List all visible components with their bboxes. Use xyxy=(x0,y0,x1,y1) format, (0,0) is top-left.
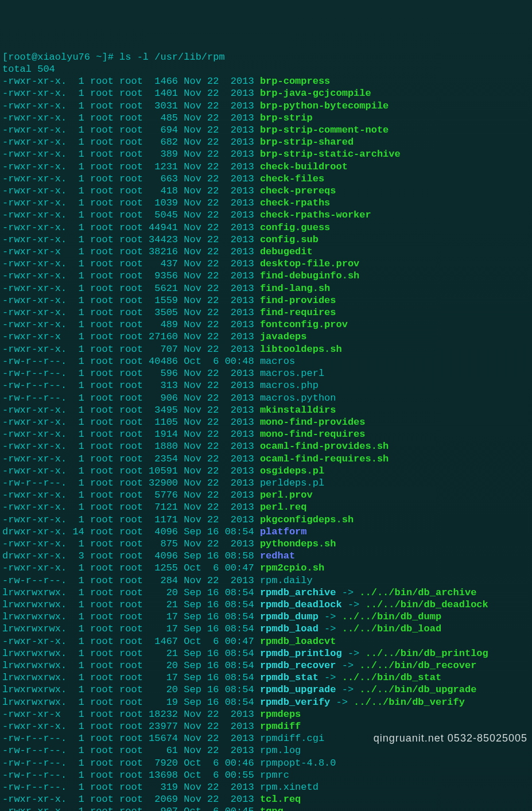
file-name: macros.python xyxy=(260,393,336,403)
file-name: rpmdb_upgrade xyxy=(260,684,336,695)
listing-row: -rwxr-xr-x. 1 root root 7121 Nov 22 2013… xyxy=(2,501,530,513)
link-target: ../../bin/db_printlog xyxy=(366,648,488,659)
file-name: rpmdb_printlog xyxy=(260,648,342,659)
file-name: pkgconfigdeps.sh xyxy=(260,514,354,525)
listing-row: -rw-r--r--. 1 root root 13698 Oct 6 00:5… xyxy=(2,769,530,781)
listing-row: -rwxr-xr-x. 1 root root 389 Nov 22 2013 … xyxy=(2,148,530,160)
listing-row: -rwxr-xr-x. 1 root root 3031 Nov 22 2013… xyxy=(2,100,530,112)
file-name: brp-strip-shared xyxy=(260,137,354,148)
watermark-text: qingruanit.net 0532-85025005 xyxy=(374,732,527,744)
listing-row: -rwxr-xr-x. 1 root root 1255 Oct 6 00:47… xyxy=(2,562,530,574)
file-name: osgideps.pl xyxy=(260,465,324,476)
listing-row: -rwxr-xr-x. 1 root root 682 Nov 22 2013 … xyxy=(2,136,530,148)
file-name: platform xyxy=(260,526,307,537)
file-name: desktop-file.prov xyxy=(260,258,359,269)
listing-row: -rw-r--r--. 1 root root 906 Nov 22 2013 … xyxy=(2,392,530,404)
listing-row: -rwxr-xr-x. 1 root root 5621 Nov 22 2013… xyxy=(2,282,530,294)
listing-row: -rwxr-xr-x. 1 root root 1559 Nov 22 2013… xyxy=(2,294,530,306)
file-name: rpmdb_loadcvt xyxy=(260,636,336,647)
file-name: rpmrc xyxy=(260,770,289,781)
file-name: config.guess xyxy=(260,222,330,233)
listing-row: lrwxrwxrwx. 1 root root 20 Sep 16 08:54 … xyxy=(2,684,530,696)
listing-row: -rwxr-xr-x. 1 root root 34423 Nov 22 201… xyxy=(2,234,530,246)
listing-row: -rwxr-xr-x. 1 root root 44941 Nov 22 201… xyxy=(2,222,530,234)
listing-row: -rwxr-xr-x. 1 root root 9356 Nov 22 2013… xyxy=(2,270,530,282)
file-name: rpmdb_deadlock xyxy=(260,599,342,610)
file-name: fontconfig.prov xyxy=(260,319,348,330)
file-name: check-rpaths-worker xyxy=(260,209,371,220)
listing-row: -rwxr-xr-x. 1 root root 1171 Nov 22 2013… xyxy=(2,514,530,526)
file-name: check-buildroot xyxy=(260,161,348,172)
listing-row: -rwxr-xr-x. 1 root root 707 Nov 22 2013 … xyxy=(2,343,530,355)
file-name: rpmdb_stat xyxy=(260,672,319,683)
file-name: rpmdb_dump xyxy=(260,611,319,622)
listing-row: -rw-r--r--. 1 root root 61 Nov 22 2013 r… xyxy=(2,744,530,756)
listing-row: -rwxr-xr-x. 1 root root 1467 Oct 6 00:47… xyxy=(2,635,530,647)
listing-row: -rwxr-xr-x. 1 root root 1880 Nov 22 2013… xyxy=(2,440,530,452)
file-name: perldeps.pl xyxy=(260,478,324,488)
file-name: brp-compress xyxy=(260,76,330,87)
listing-row: -rwxr-xr-x. 1 root root 1105 Nov 22 2013… xyxy=(2,416,530,428)
listing-row: drwxr-xr-x. 3 root root 4096 Sep 16 08:5… xyxy=(2,550,530,562)
file-name: mono-find-provides xyxy=(260,417,366,428)
file-name: rpmdb_load xyxy=(260,623,319,634)
listing-row: lrwxrwxrwx. 1 root root 21 Sep 16 08:54 … xyxy=(2,647,530,659)
file-name: rpmdiff xyxy=(260,721,301,732)
file-name: brp-python-bytecompile xyxy=(260,100,389,111)
file-name: find-debuginfo.sh xyxy=(260,270,359,281)
listing-row: -rw-r--r--. 1 root root 319 Nov 22 2013 … xyxy=(2,781,530,793)
listing-row: -rw-r--r--. 1 root root 32900 Nov 22 201… xyxy=(2,477,530,489)
listing-row: lrwxrwxrwx. 1 root root 20 Sep 16 08:54 … xyxy=(2,659,530,672)
listing-row: -rwxr-xr-x 1 root root 27160 Nov 22 2013… xyxy=(2,331,530,343)
link-target: ../../bin/db_upgrade xyxy=(359,684,476,695)
file-name: rpm.daily xyxy=(260,575,313,586)
link-target: ../../bin/db_deadlock xyxy=(366,599,488,610)
file-name: macros.perl xyxy=(260,368,324,379)
file-name: rpm.xinetd xyxy=(260,782,319,793)
user-host: root@xiaolyu76 xyxy=(8,52,90,63)
file-name: rpmdb_recover xyxy=(260,660,336,671)
listing-row: lrwxrwxrwx. 1 root root 21 Sep 16 08:54 … xyxy=(2,599,530,611)
listing-row: lrwxrwxrwx. 1 root root 19 Sep 16 08:54 … xyxy=(2,696,530,708)
listing-row: -rwxr-xr-x. 1 root root 907 Oct 6 00:45 … xyxy=(2,805,530,811)
listing-row: lrwxrwxrwx. 1 root root 17 Sep 16 08:54 … xyxy=(2,672,530,684)
listing-row: -rw-r--r--. 1 root root 596 Nov 22 2013 … xyxy=(2,367,530,379)
terminal-output[interactable]: [root@xiaolyu76 ~]# ls -l /usr/lib/rpmto… xyxy=(2,51,530,811)
listing-row: -rwxr-xr-x. 1 root root 2354 Nov 22 2013… xyxy=(2,453,530,465)
link-target: ../../bin/db_load xyxy=(342,623,441,634)
listing-row: drwxr-xr-x. 14 root root 4096 Sep 16 08:… xyxy=(2,526,530,538)
listing-row: -rw-r--r--. 1 root root 7920 Oct 6 00:46… xyxy=(2,757,530,769)
file-name: ocaml-find-provides.sh xyxy=(260,441,389,452)
listing-row: -rwxr-xr-x. 1 root root 1914 Nov 22 2013… xyxy=(2,428,530,440)
file-name: config.sub xyxy=(260,234,319,245)
link-target: ../../bin/db_archive xyxy=(359,587,476,598)
listing-row: -rwxr-xr-x. 1 root root 1466 Nov 22 2013… xyxy=(2,75,530,87)
listing-row: -rw-r--r--. 1 root root 284 Nov 22 2013 … xyxy=(2,575,530,587)
file-name: rpm2cpio.sh xyxy=(260,562,324,573)
listing-row: -rwxr-xr-x 1 root root 38216 Nov 22 2013… xyxy=(2,246,530,258)
file-name: brp-strip-static-archive xyxy=(260,149,401,160)
link-target: ../../bin/db_verify xyxy=(354,697,465,708)
listing-row: -rwxr-xr-x. 1 root root 437 Nov 22 2013 … xyxy=(2,258,530,270)
listing-row: -rwxr-xr-x. 1 root root 3495 Nov 22 2013… xyxy=(2,404,530,416)
file-name: pythondeps.sh xyxy=(260,538,336,549)
listing-row: -rwxr-xr-x. 1 root root 5045 Nov 22 2013… xyxy=(2,209,530,221)
command-text: ls -l /usr/lib/rpm xyxy=(119,52,225,63)
listing-row: -rwxr-xr-x. 1 root root 489 Nov 22 2013 … xyxy=(2,319,530,331)
file-name: check-prereqs xyxy=(260,185,336,196)
file-name: rpmpopt-4.8.0 xyxy=(260,758,336,769)
listing-row: -rwxr-xr-x. 1 root root 1039 Nov 22 2013… xyxy=(2,197,530,209)
file-name: mono-find-requires xyxy=(260,429,366,440)
file-name: tgpg xyxy=(260,806,284,811)
file-name: check-rpaths xyxy=(260,197,330,208)
file-name: rpmdb_archive xyxy=(260,587,336,598)
listing-row: lrwxrwxrwx. 1 root root 17 Sep 16 08:54 … xyxy=(2,611,530,623)
file-name: perl.prov xyxy=(260,490,313,500)
listing-row: lrwxrwxrwx. 1 root root 20 Sep 16 08:54 … xyxy=(2,587,530,599)
listing-row: -rwxr-xr-x. 1 root root 875 Nov 22 2013 … xyxy=(2,538,530,550)
file-name: tcl.req xyxy=(260,794,301,805)
listing-row: -rwxr-xr-x 1 root root 18232 Nov 22 2013… xyxy=(2,708,530,720)
listing-row: -rwxr-xr-x. 1 root root 1231 Nov 22 2013… xyxy=(2,161,530,173)
listing-row: -rw-r--r--. 1 root root 40486 Oct 6 00:4… xyxy=(2,355,530,367)
file-name: libtooldeps.sh xyxy=(260,344,342,355)
